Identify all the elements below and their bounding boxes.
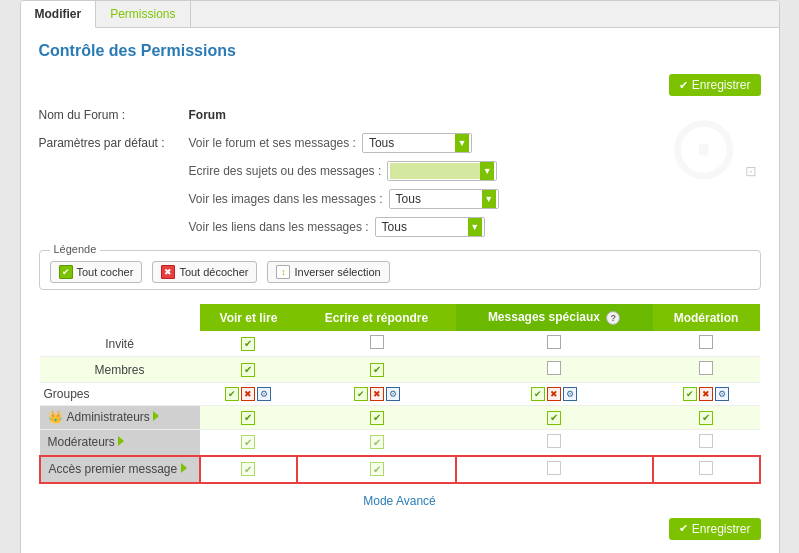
cell-membres-messages[interactable] [456, 357, 653, 383]
checkbox[interactable] [547, 434, 561, 448]
cell-groupes-ecrire: ✔ ✖ ⚙ [297, 383, 455, 406]
cell-acces-voir[interactable] [200, 456, 298, 483]
multi-icon-red: ✖ [547, 387, 561, 401]
expand-modos[interactable] [118, 436, 124, 446]
legende-section: Légende ✔ Tout cocher ✖ Tout décocher ↕ … [39, 250, 761, 290]
checkbox[interactable] [699, 461, 713, 475]
page-title: Contrôle des Permissions [39, 42, 761, 60]
mode-avance-link[interactable]: Mode Avancé [39, 494, 761, 508]
checkbox[interactable] [241, 363, 255, 377]
tab-modifier[interactable]: Modifier [21, 1, 97, 28]
cell-admins-messages[interactable] [456, 406, 653, 430]
cell-modos-moder[interactable] [653, 429, 760, 456]
cell-modos-voir[interactable] [200, 429, 298, 456]
cell-modos-messages[interactable] [456, 429, 653, 456]
cell-admins-moder[interactable] [653, 406, 760, 430]
spacer2 [39, 188, 179, 210]
col-header-messages: Messages spéciaux ? [456, 304, 653, 331]
field-label-ecrire: Ecrire des sujets ou des messages : [189, 164, 382, 178]
expand-acces[interactable] [181, 463, 187, 473]
checkbox[interactable] [241, 411, 255, 425]
checkbox[interactable] [547, 461, 561, 475]
parametres-label: Paramètres par défaut : [39, 132, 179, 154]
cell-invit-messages[interactable] [456, 331, 653, 357]
checkbox[interactable] [699, 411, 713, 425]
cell-invit-moder[interactable] [653, 331, 760, 357]
select-liens[interactable]: Tous ▼ [375, 217, 485, 237]
multi-icon-blue: ⚙ [386, 387, 400, 401]
checkbox[interactable] [241, 462, 255, 476]
checkbox[interactable] [699, 361, 713, 375]
multi-icon-red: ✖ [241, 387, 255, 401]
btn-tout-cocher[interactable]: ✔ Tout cocher [50, 261, 143, 283]
cell-invit-voir[interactable] [200, 331, 298, 357]
multi-icon-green: ✔ [531, 387, 545, 401]
cell-admins-ecrire[interactable] [297, 406, 455, 430]
multi-icon-green: ✔ [225, 387, 239, 401]
select-images[interactable]: Tous ▼ [389, 189, 499, 209]
checkbox[interactable] [241, 337, 255, 351]
nom-forum-label: Nom du Forum : [39, 104, 179, 126]
role-modos: Modérateurs [40, 429, 200, 456]
cell-admins-voir[interactable] [200, 406, 298, 430]
btn-inverser[interactable]: ↕ Inverser sélection [267, 261, 389, 283]
table-row: Modérateurs [40, 429, 760, 456]
multi-icon-red: ✖ [370, 387, 384, 401]
checkbox[interactable] [699, 434, 713, 448]
permissions-table: Voir et lire Ecrire et répondre Messages… [39, 304, 761, 484]
checkbox[interactable] [241, 435, 255, 449]
multi-icon-green: ✔ [354, 387, 368, 401]
help-icon[interactable]: ? [606, 311, 620, 325]
select-ecrire-arrow: ▼ [480, 162, 494, 180]
invert-icon: ↕ [276, 265, 290, 279]
checkbox[interactable] [547, 361, 561, 375]
table-row: 👑Administrateurs [40, 406, 760, 430]
role-groupes: Groupes [40, 383, 200, 406]
multi-icon-blue: ⚙ [257, 387, 271, 401]
multi-icon-green: ✔ [683, 387, 697, 401]
cell-modos-ecrire[interactable] [297, 429, 455, 456]
checkbox[interactable] [547, 335, 561, 349]
expand-admins[interactable] [153, 411, 159, 421]
checkbox[interactable] [370, 363, 384, 377]
col-header-role [40, 304, 200, 331]
btn-tout-cocher-label: Tout cocher [77, 266, 134, 278]
btn-tout-decocher[interactable]: ✖ Tout décocher [152, 261, 257, 283]
col-header-voir-lire: Voir et lire [200, 304, 298, 331]
select-voir[interactable]: Tous ▼ [362, 133, 472, 153]
select-ecrire[interactable]: ▼ [387, 161, 497, 181]
checkbox[interactable] [370, 411, 384, 425]
checkbox[interactable] [370, 462, 384, 476]
role-invit: Invité [40, 331, 200, 357]
multi-icon-red: ✖ [699, 387, 713, 401]
checkbox[interactable] [547, 411, 561, 425]
tab-bar: Modifier Permissions [21, 1, 779, 28]
cell-groupes-messages: ✔ ✖ ⚙ [456, 383, 653, 406]
checkbox[interactable] [370, 435, 384, 449]
field-row-voir: Voir le forum et ses messages : Tous ▼ [189, 132, 735, 154]
cell-invit-ecrire[interactable] [297, 331, 455, 357]
cell-membres-voir[interactable] [200, 357, 298, 383]
select-liens-arrow: ▼ [468, 218, 482, 236]
cell-membres-ecrire[interactable] [297, 357, 455, 383]
checkbox[interactable] [370, 335, 384, 349]
col-header-moderation: Modération [653, 304, 760, 331]
save-button-top[interactable]: Enregistrer [669, 74, 761, 96]
uncheck-icon: ✖ [161, 265, 175, 279]
cell-groupes-moder: ✔ ✖ ⚙ [653, 383, 760, 406]
cell-groupes-voir: ✔ ✖ ⚙ [200, 383, 298, 406]
cell-acces-ecrire[interactable] [297, 456, 455, 483]
resize-handle[interactable]: ⊡ [745, 163, 757, 179]
cell-membres-moder[interactable] [653, 357, 760, 383]
checkbox[interactable] [699, 335, 713, 349]
btn-tout-decocher-label: Tout décocher [179, 266, 248, 278]
field-row-liens: Voir les liens dans les messages : Tous … [189, 216, 735, 238]
save-button-bottom[interactable]: Enregistrer [669, 518, 761, 540]
tab-permissions[interactable]: Permissions [96, 1, 190, 27]
cell-acces-messages[interactable] [456, 456, 653, 483]
table-row-acces: Accès premier message [40, 456, 760, 483]
field-label-images: Voir les images dans les messages : [189, 192, 383, 206]
table-row: Invité [40, 331, 760, 357]
cell-acces-moder[interactable] [653, 456, 760, 483]
spacer1 [39, 160, 179, 182]
